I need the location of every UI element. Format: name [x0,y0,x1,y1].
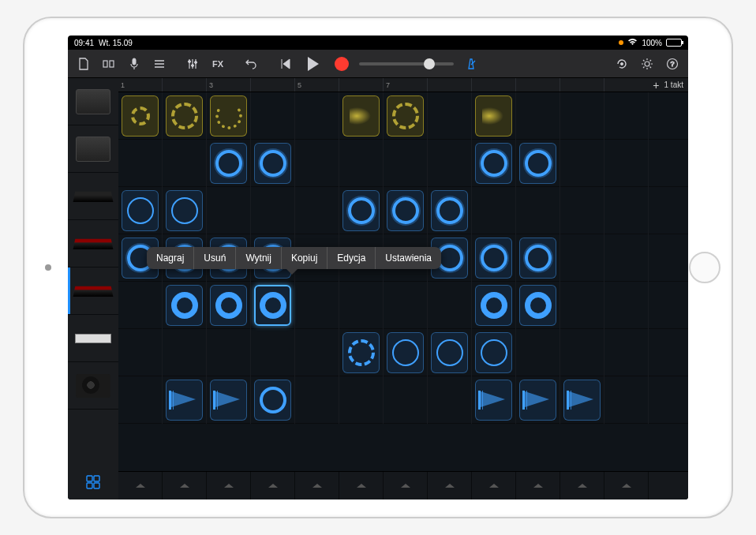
ruler-column[interactable] [428,78,472,92]
loop-cell[interactable] [251,187,295,234]
ruler-column[interactable]: 1 [118,78,163,92]
loop-cell[interactable] [163,282,207,329]
loop-clip[interactable] [166,95,203,137]
loop-clip[interactable] [122,190,159,231]
metronome-button[interactable] [460,54,482,74]
master-volume-slider[interactable] [359,62,454,65]
loop-cell[interactable] [251,376,295,424]
loop-cell[interactable] [163,376,207,424]
ruler-column[interactable] [251,78,295,92]
loop-cell[interactable] [560,187,604,234]
loop-cell[interactable] [163,140,207,187]
loop-cell[interactable] [384,140,428,187]
loop-cell[interactable] [516,234,560,282]
record-button[interactable] [331,54,353,74]
loop-clip[interactable] [122,95,159,137]
loop-clip[interactable] [254,285,291,326]
ruler-column[interactable]: 5 [295,78,339,92]
context-menu-item[interactable]: Usuń [194,247,236,269]
loop-cell[interactable] [516,282,560,329]
loop-clip[interactable] [519,380,556,421]
loop-clip[interactable] [387,190,424,231]
track-header-1[interactable] [68,78,118,125]
loop-cell[interactable] [428,140,472,187]
loop-clip[interactable] [475,332,512,373]
loop-cell[interactable] [118,376,163,424]
loop-cell[interactable] [251,282,295,329]
loop-clip[interactable] [475,95,512,137]
loop-cell[interactable] [604,92,649,140]
loop-cell[interactable] [384,329,428,376]
loop-cell[interactable] [472,92,516,140]
loop-clip[interactable] [254,380,291,421]
loop-cell[interactable] [604,140,649,187]
loop-cell[interactable] [516,187,560,234]
column-trigger-button[interactable] [295,472,339,499]
loop-clip[interactable] [563,380,601,421]
loop-cell[interactable] [295,282,339,329]
loop-cell[interactable] [339,282,384,329]
loop-cell[interactable] [560,140,604,187]
loop-cell[interactable] [472,187,516,234]
loop-clip[interactable] [519,238,556,279]
loop-cell[interactable] [428,92,472,140]
column-trigger-button[interactable] [516,472,560,499]
loop-clip[interactable] [475,380,512,421]
loop-cell[interactable] [428,376,472,424]
loop-cell[interactable] [560,329,604,376]
loop-clip[interactable] [431,190,468,231]
loop-cell[interactable] [472,140,516,187]
loop-cell[interactable] [163,92,207,140]
loop-cell[interactable] [295,329,339,376]
mixer-button[interactable] [182,54,204,74]
loop-cell[interactable] [428,329,472,376]
loop-cell[interactable] [472,329,516,376]
loop-cell[interactable] [560,92,604,140]
column-trigger-button[interactable] [560,472,604,499]
loop-clip[interactable] [519,143,556,184]
track-header-2[interactable] [68,125,118,173]
loop-cell[interactable] [295,92,339,140]
loop-cell[interactable] [560,282,604,329]
loop-cell[interactable] [384,187,428,234]
loop-cell[interactable] [207,187,251,234]
loop-cell[interactable] [516,92,560,140]
context-menu-item[interactable]: Edycja [327,247,376,269]
loop-cell[interactable] [251,140,295,187]
ruler-column[interactable] [516,78,560,92]
loop-cell[interactable] [207,329,251,376]
loop-cell[interactable] [251,92,295,140]
ruler-column[interactable] [472,78,516,92]
column-trigger-button[interactable] [251,472,295,499]
loop-cell[interactable] [516,329,560,376]
loop-clip[interactable] [210,95,247,137]
loop-clip[interactable] [166,380,203,421]
column-trigger-button[interactable] [118,472,163,499]
loop-clip[interactable] [387,95,424,137]
loop-cell[interactable] [339,376,384,424]
mic-button[interactable] [123,54,145,74]
loop-cell[interactable] [295,376,339,424]
loop-cell[interactable] [339,329,384,376]
my-songs-button[interactable] [73,54,95,74]
fx-button[interactable]: FX [207,54,229,74]
volume-thumb[interactable] [424,58,435,69]
column-trigger-button[interactable] [384,472,428,499]
loop-cell[interactable] [604,376,649,424]
loop-clip[interactable] [475,143,512,184]
browser-button[interactable] [98,54,120,74]
add-column-button[interactable]: + [653,79,659,92]
loop-cell[interactable] [339,187,384,234]
column-trigger-button[interactable] [428,472,472,499]
home-button[interactable] [689,252,720,283]
ruler-column[interactable] [560,78,604,92]
loop-cell[interactable] [384,376,428,424]
loop-clip[interactable] [254,143,291,184]
loop-clip[interactable] [431,332,468,373]
loop-cell[interactable] [295,140,339,187]
context-menu-item[interactable]: Wytnij [236,247,282,269]
loop-cell[interactable] [428,187,472,234]
help-button[interactable]: ? [661,54,683,74]
loop-clip[interactable] [210,285,247,326]
loop-cell[interactable] [251,329,295,376]
